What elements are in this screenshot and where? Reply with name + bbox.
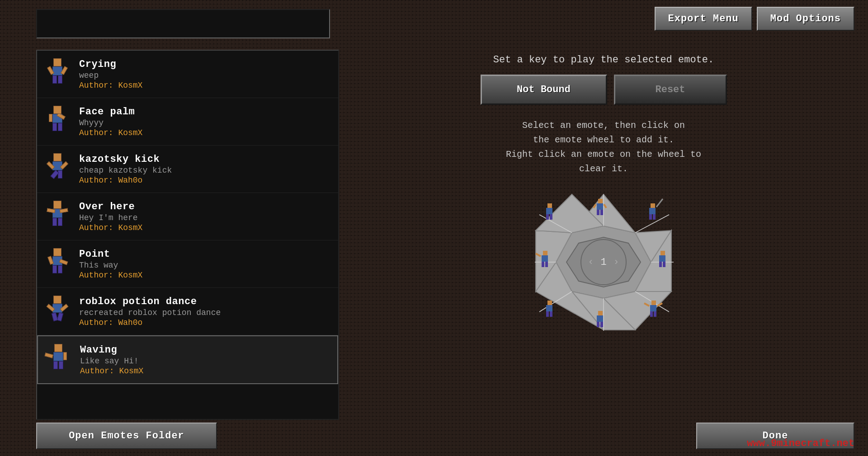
svg-rect-26 [649, 208, 656, 214]
svg-rect-30 [660, 251, 665, 255]
open-folder-button[interactable]: Open Emotes Folder [36, 423, 217, 449]
svg-rect-35 [650, 305, 656, 311]
svg-rect-47 [550, 311, 552, 317]
avatar [44, 198, 71, 235]
svg-rect-19 [598, 199, 603, 203]
svg-rect-25 [651, 203, 655, 208]
emote-info: kazotsky kick cheap kazotsky kick Author… [79, 154, 331, 185]
wheel-instruction-line2: the emote wheel to add it. [533, 135, 674, 145]
emote-author: Author: KosmX [79, 271, 331, 280]
right-panel: Set a key to play the selected emote. No… [353, 50, 854, 420]
svg-rect-32 [659, 262, 662, 267]
emote-desc: weep [79, 71, 331, 80]
search-bar [36, 9, 330, 38]
main-container: Export Menu Mod Options [0, 0, 868, 456]
svg-line-10 [635, 215, 669, 233]
mod-options-button[interactable]: Mod Options [757, 7, 854, 31]
bottom-buttons: Open Emotes Folder Done [36, 423, 854, 449]
svg-rect-27 [649, 214, 652, 220]
avatar [44, 56, 71, 92]
emote-name: roblox potion dance [79, 296, 331, 307]
emote-name: Point [79, 249, 331, 260]
svg-rect-51 [545, 262, 548, 267]
emote-author: Author: KosmX [79, 128, 331, 137]
avatar [44, 103, 71, 140]
wheel-instruction-line1: Select an emote, then click on [522, 120, 685, 131]
list-item[interactable]: kazotsky kick cheap kazotsky kick Author… [37, 146, 338, 193]
emote-desc: Whyyy [79, 118, 331, 127]
export-menu-button[interactable]: Export Menu [655, 7, 752, 31]
list-item[interactable]: Face palm Whyyy Author: KosmX [37, 98, 338, 146]
wheel-page-number: 1 [600, 257, 606, 268]
watermark: www.9minecraft.net [747, 438, 854, 449]
svg-rect-54 [546, 208, 552, 214]
avatar [45, 342, 72, 378]
svg-rect-48 [543, 251, 547, 255]
list-item[interactable]: roblox potion dance recreated roblox pot… [37, 288, 338, 335]
emote-wheel[interactable]: ‹ 1 › [531, 190, 676, 334]
list-item[interactable]: Waving Like say Hi! Author: KosmX [37, 335, 338, 384]
svg-rect-28 [653, 214, 656, 220]
list-item[interactable]: Over here Hey I'm here Author: KosmX [37, 193, 338, 240]
svg-rect-33 [663, 262, 665, 267]
svg-rect-46 [546, 311, 549, 317]
svg-rect-42 [597, 322, 599, 327]
emote-author: Author: KosmX [80, 367, 330, 376]
svg-rect-45 [546, 305, 552, 311]
svg-rect-31 [659, 255, 665, 262]
emote-author: Author: KosmX [79, 81, 331, 90]
svg-rect-41 [597, 315, 603, 322]
list-item[interactable]: Crying weep Author: KosmX [37, 51, 338, 98]
avatar [44, 151, 71, 187]
emote-info: Over here Hey I'm here Author: KosmX [79, 201, 331, 232]
not-bound-button[interactable]: Not Bound [481, 75, 607, 105]
emote-info: Waving Like say Hi! Author: KosmX [80, 344, 330, 376]
top-buttons: Export Menu Mod Options [655, 7, 854, 31]
emote-author: Author: Wah0o [79, 176, 331, 185]
svg-rect-37 [654, 311, 656, 317]
wheel-next-button[interactable]: › [613, 257, 619, 268]
emote-desc: recreated roblox potion dance [79, 308, 331, 317]
emote-list-panel: Crying weep Author: KosmX [36, 50, 339, 420]
emote-desc: cheap kazotsky kick [79, 166, 331, 175]
svg-line-29 [656, 199, 663, 207]
emote-name: Over here [79, 201, 331, 212]
wheel-instruction-line3: Right click an emote on the wheel to cle… [506, 149, 701, 174]
svg-rect-55 [546, 214, 549, 220]
emote-info: Crying weep Author: KosmX [79, 59, 331, 90]
emote-author: Author: KosmX [79, 223, 331, 232]
svg-rect-44 [547, 301, 552, 305]
emote-desc: This way [79, 261, 331, 270]
svg-rect-20 [597, 203, 603, 210]
emote-info: Face palm Whyyy Author: KosmX [79, 106, 331, 137]
emote-info: Point This way Author: KosmX [79, 249, 331, 280]
search-input[interactable] [36, 9, 330, 38]
wheel-instruction: Select an emote, then click on the emote… [502, 118, 705, 176]
svg-rect-50 [542, 262, 544, 267]
emote-desc: Hey I'm here [79, 213, 331, 222]
emote-desc: Like say Hi! [80, 357, 330, 366]
reset-button[interactable]: Reset [614, 75, 727, 105]
svg-rect-34 [651, 301, 656, 305]
key-buttons: Not Bound Reset [481, 75, 727, 105]
wheel-page-controls: ‹ 1 › [588, 257, 619, 268]
svg-rect-53 [547, 203, 552, 208]
svg-rect-49 [542, 255, 548, 262]
emote-name: Face palm [79, 106, 331, 118]
avatar [44, 293, 71, 329]
wheel-prev-button[interactable]: ‹ [588, 257, 594, 268]
svg-rect-56 [550, 214, 552, 220]
emote-list: Crying weep Author: KosmX [37, 51, 338, 419]
emote-author: Author: Wah0o [79, 318, 331, 327]
emote-name: Waving [80, 344, 330, 356]
key-instruction: Set a key to play the selected emote. [493, 54, 714, 66]
svg-rect-21 [597, 210, 599, 215]
emote-name: Crying [79, 59, 331, 70]
svg-rect-40 [598, 311, 603, 315]
list-item[interactable]: Point This way Author: KosmX [37, 240, 338, 288]
emote-info: roblox potion dance recreated roblox pot… [79, 296, 331, 327]
svg-rect-43 [600, 322, 603, 327]
svg-rect-36 [650, 311, 653, 317]
svg-rect-22 [600, 210, 603, 215]
avatar [44, 246, 71, 282]
